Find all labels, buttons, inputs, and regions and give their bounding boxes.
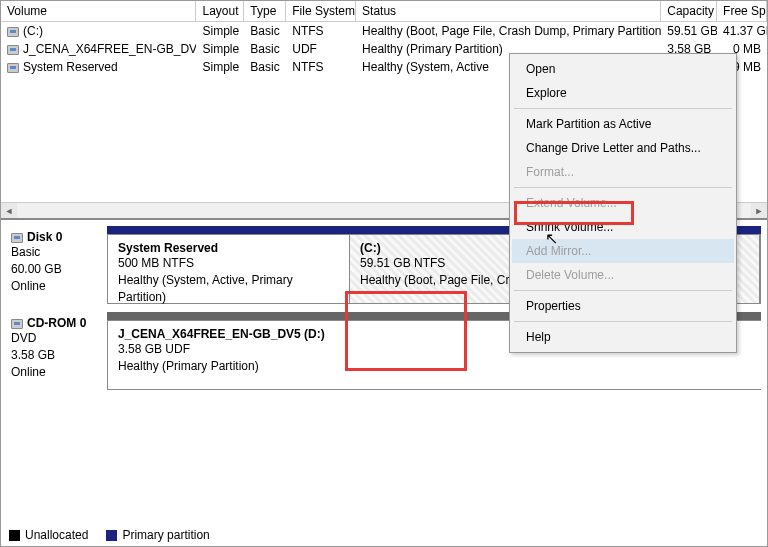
- volume-list-header: Volume Layout Type File System Status Ca…: [1, 1, 767, 22]
- cdrom-icon: [11, 319, 23, 329]
- swatch-icon: [9, 530, 20, 541]
- disk-title: Disk 0: [27, 230, 62, 244]
- menu-open[interactable]: Open: [512, 57, 734, 81]
- col-capacity[interactable]: Capacity: [661, 1, 717, 21]
- disk-state: Online: [11, 364, 103, 381]
- disk-size: 3.58 GB: [11, 347, 103, 364]
- cell: Basic: [244, 23, 286, 39]
- menu-separator: [514, 290, 732, 291]
- cell: Healthy (Boot, Page File, Crash Dump, Pr…: [356, 23, 661, 39]
- cell: Simple: [196, 59, 244, 75]
- cell: Simple: [196, 41, 244, 57]
- menu-properties[interactable]: Properties: [512, 294, 734, 318]
- col-status[interactable]: Status: [356, 1, 661, 21]
- scroll-left-icon[interactable]: ◄: [1, 203, 17, 218]
- col-free[interactable]: Free Spa: [717, 1, 767, 21]
- col-filesystem[interactable]: File System: [286, 1, 356, 21]
- legend: Unallocated Primary partition: [9, 528, 210, 542]
- disk-state: Online: [11, 278, 103, 295]
- cell: UDF: [286, 41, 356, 57]
- disk-info[interactable]: Disk 0 Basic 60.00 GB Online: [7, 226, 107, 304]
- cdrom-icon: [7, 45, 19, 55]
- table-row[interactable]: (C:) Simple Basic NTFS Healthy (Boot, Pa…: [1, 22, 767, 40]
- menu-help[interactable]: Help: [512, 325, 734, 349]
- swatch-icon: [106, 530, 117, 541]
- volume-name: (C:): [23, 24, 43, 38]
- cursor-icon: ↖: [545, 229, 558, 248]
- menu-change-drive-letter[interactable]: Change Drive Letter and Paths...: [512, 136, 734, 160]
- cell: 41.37 GB: [717, 23, 767, 39]
- disk-size: 60.00 GB: [11, 261, 103, 278]
- disk-type: Basic: [11, 244, 103, 261]
- cell: NTFS: [286, 59, 356, 75]
- cell: 59.51 GB: [661, 23, 717, 39]
- partition-system-reserved[interactable]: System Reserved 500 MB NTFS Healthy (Sys…: [108, 235, 350, 303]
- cell: Basic: [244, 41, 286, 57]
- disk-icon: [11, 233, 23, 243]
- volume-name: J_CENA_X64FREE_EN-GB_DV5 (D:): [23, 42, 196, 56]
- legend-label: Primary partition: [122, 528, 209, 542]
- legend-unallocated: Unallocated: [9, 528, 88, 542]
- menu-delete-volume[interactable]: Delete Volume...: [512, 263, 734, 287]
- cell: NTFS: [286, 23, 356, 39]
- legend-label: Unallocated: [25, 528, 88, 542]
- cell: Basic: [244, 59, 286, 75]
- col-layout[interactable]: Layout: [196, 1, 244, 21]
- partition-status: Healthy (System, Active, Primary Partiti…: [118, 272, 339, 306]
- menu-separator: [514, 321, 732, 322]
- menu-mark-active[interactable]: Mark Partition as Active: [512, 112, 734, 136]
- disk-icon: [7, 27, 19, 37]
- disk-icon: [7, 63, 19, 73]
- menu-explore[interactable]: Explore: [512, 81, 734, 105]
- menu-separator: [514, 187, 732, 188]
- disk-type: DVD: [11, 330, 103, 347]
- menu-extend-volume[interactable]: Extend Volume...: [512, 191, 734, 215]
- partition-size: 500 MB NTFS: [118, 255, 339, 272]
- partition-name: System Reserved: [118, 241, 339, 255]
- disk-title: CD-ROM 0: [27, 316, 86, 330]
- volume-name: System Reserved: [23, 60, 118, 74]
- disk-info[interactable]: CD-ROM 0 DVD 3.58 GB Online: [7, 312, 107, 390]
- col-type[interactable]: Type: [244, 1, 286, 21]
- col-volume[interactable]: Volume: [1, 1, 196, 21]
- menu-format[interactable]: Format...: [512, 160, 734, 184]
- partition-status: Healthy (Primary Partition): [118, 358, 588, 375]
- scroll-right-icon[interactable]: ►: [751, 203, 767, 218]
- cell: Simple: [196, 23, 244, 39]
- menu-separator: [514, 108, 732, 109]
- context-menu: Open Explore Mark Partition as Active Ch…: [509, 53, 737, 353]
- legend-primary: Primary partition: [106, 528, 209, 542]
